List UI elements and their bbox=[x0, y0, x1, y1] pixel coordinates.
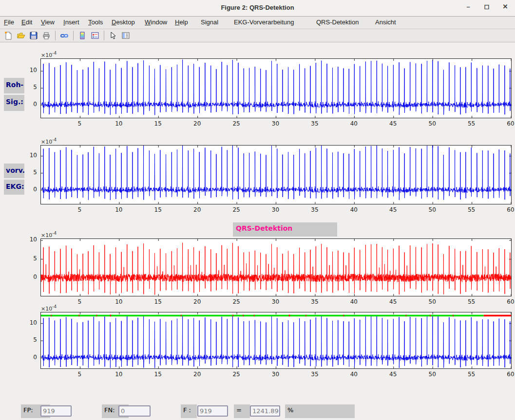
toolbar-separator bbox=[104, 31, 104, 40]
x-tick-label: 55 bbox=[464, 371, 479, 378]
y-tick-label: 10 bbox=[22, 152, 37, 159]
ratio-field[interactable] bbox=[250, 405, 280, 417]
y-tick-label: 5 bbox=[22, 336, 37, 343]
fn-field[interactable] bbox=[118, 405, 151, 417]
figure-toolbar bbox=[0, 29, 515, 42]
x-tick-label: 55 bbox=[464, 298, 479, 305]
menu-item-insert[interactable]: Insert bbox=[63, 18, 79, 26]
menu-item-window[interactable]: Window bbox=[145, 18, 167, 26]
x-tick-label: 55 bbox=[464, 206, 479, 213]
label-sig: Sig.: bbox=[4, 95, 24, 111]
link-plot-icon bbox=[60, 31, 69, 40]
insert-colorbar-icon bbox=[78, 31, 87, 40]
maximize-icon: ◻ bbox=[484, 3, 490, 10]
axes-roh-signal bbox=[40, 58, 512, 118]
new-figure-icon bbox=[4, 31, 13, 40]
x-tick-label: 50 bbox=[425, 371, 439, 378]
x-tick-label: 60 bbox=[503, 206, 515, 213]
insert-legend-button[interactable] bbox=[90, 31, 100, 40]
x-tick-label: 45 bbox=[386, 206, 401, 213]
y-tick-label: 5 bbox=[22, 255, 37, 262]
y-tick-label: 5 bbox=[22, 84, 37, 91]
save-figure-button[interactable] bbox=[29, 31, 38, 40]
x-tick-label: 20 bbox=[190, 298, 205, 305]
x-tick-label: 60 bbox=[503, 371, 515, 378]
qrs-detektion-title: QRS-Detektion bbox=[233, 222, 337, 237]
close-icon: ✕ bbox=[503, 3, 508, 10]
y-tick-label: 0 bbox=[22, 274, 37, 280]
menu-bar: FileEditViewInsertToolsDesktopWindowHelp… bbox=[0, 17, 515, 29]
x-tick-label: 45 bbox=[386, 371, 401, 378]
toolbar-separator bbox=[73, 31, 74, 40]
figure-window: { "window": { "title": "Figure 2: QRS-De… bbox=[0, 0, 515, 420]
link-plot-button[interactable] bbox=[59, 31, 69, 40]
signal-trace-vorverarbeitetes-ekg bbox=[41, 146, 511, 200]
insert-colorbar-button[interactable] bbox=[77, 31, 87, 40]
close-button[interactable]: ✕ bbox=[501, 3, 509, 10]
title-bar: Figure 2: QRS-Detektion – ◻ ✕ bbox=[0, 0, 515, 17]
y-tick-label: 10 bbox=[22, 319, 37, 326]
menu-item-desktop[interactable]: Desktop bbox=[112, 18, 135, 26]
menu-item-qrs-detektion[interactable]: QRS-Detektion bbox=[316, 18, 359, 26]
window-title: Figure 2: QRS-Detektion bbox=[0, 4, 515, 11]
print-figure-button[interactable] bbox=[41, 31, 51, 40]
x-tick-label: 25 bbox=[229, 298, 244, 305]
x-tick-label: 40 bbox=[346, 298, 361, 305]
x-tick-label: 25 bbox=[229, 206, 244, 213]
label-vorv: vorv. bbox=[4, 164, 24, 178]
x-tick-label: 10 bbox=[112, 298, 126, 305]
new-figure-button[interactable] bbox=[3, 31, 13, 40]
x-tick-label: 10 bbox=[112, 120, 126, 127]
menu-item-tools[interactable]: Tools bbox=[88, 18, 103, 26]
x-tick-label: 35 bbox=[307, 298, 322, 305]
x-tick-label: 5 bbox=[72, 120, 87, 127]
axes-detektions-ergebnis bbox=[40, 312, 512, 369]
x-tick-label: 40 bbox=[346, 371, 361, 378]
x-tick-label: 35 bbox=[307, 371, 322, 378]
open-file-button[interactable] bbox=[16, 31, 26, 40]
menu-item-signal[interactable]: Signal bbox=[201, 18, 218, 26]
fp-field[interactable] bbox=[40, 405, 72, 417]
signal-trace-detektions-ergebnis bbox=[41, 315, 511, 368]
x-tick-label: 40 bbox=[346, 206, 361, 213]
x-tick-label: 15 bbox=[151, 298, 165, 305]
menu-item-file[interactable]: File bbox=[4, 18, 14, 26]
property-inspector-button[interactable] bbox=[121, 31, 131, 40]
label-ekg: EKG: bbox=[4, 180, 24, 195]
y-tick-label: 0 bbox=[22, 186, 37, 193]
x-tick-label: 30 bbox=[268, 371, 283, 378]
x-tick-label: 5 bbox=[72, 371, 87, 378]
f-field[interactable] bbox=[197, 405, 228, 417]
open-file-icon bbox=[17, 31, 25, 40]
x-tick-label: 60 bbox=[503, 298, 515, 305]
plot-detektions-ergebnis bbox=[41, 312, 511, 368]
menu-item-ekg-vorverarbeitung[interactable]: EKG-Vorverarbeitung bbox=[234, 18, 294, 26]
x-tick-label: 55 bbox=[464, 120, 479, 127]
equals-label: = bbox=[234, 404, 250, 418]
minimize-button[interactable]: – bbox=[464, 3, 472, 10]
axes-qrs-detektion bbox=[40, 238, 512, 296]
x-tick-label: 20 bbox=[190, 206, 205, 213]
x-tick-label: 30 bbox=[268, 206, 283, 213]
menu-item-ansicht[interactable]: Ansicht bbox=[375, 18, 396, 26]
y-tick-label: 10 bbox=[22, 67, 37, 73]
x-tick-label: 45 bbox=[386, 120, 401, 127]
edit-plot-button[interactable] bbox=[108, 31, 118, 40]
axes-vorverarbeitetes-ekg bbox=[40, 145, 512, 204]
x-tick-label: 10 bbox=[112, 371, 126, 378]
menu-item-view[interactable]: View bbox=[41, 18, 55, 26]
x-tick-label: 50 bbox=[425, 206, 439, 213]
x-tick-label: 15 bbox=[151, 120, 165, 127]
label-roh: Roh- bbox=[4, 78, 24, 93]
y-axis-exponent-label: ×10-4 bbox=[41, 231, 57, 238]
save-figure-icon bbox=[29, 31, 38, 40]
x-tick-label: 5 bbox=[72, 206, 87, 213]
x-tick-label: 30 bbox=[268, 120, 283, 127]
menu-item-help[interactable]: Help bbox=[175, 18, 188, 26]
x-tick-label: 15 bbox=[151, 206, 165, 213]
x-tick-label: 15 bbox=[151, 371, 165, 378]
maximize-button[interactable]: ◻ bbox=[483, 3, 491, 10]
property-inspector-icon bbox=[121, 31, 130, 40]
menu-item-edit[interactable]: Edit bbox=[21, 18, 32, 26]
window-controls: – ◻ ✕ bbox=[464, 3, 509, 10]
